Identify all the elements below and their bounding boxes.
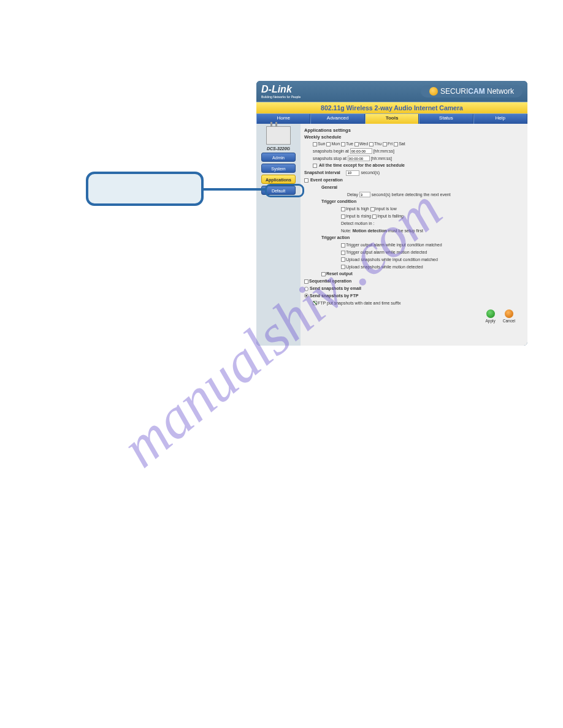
securicam-suffix: Network [487,87,514,96]
sidebar-system[interactable]: System [261,164,296,173]
router-config-window: D-Link Building Networks for People SECU… [256,81,527,346]
cb-except[interactable] [313,164,317,168]
cb-act-3[interactable] [341,265,345,269]
cb-act-1[interactable] [341,251,345,255]
delay-input[interactable] [359,192,370,197]
securicam-prefix: SECURI [440,87,468,96]
window-header: D-Link Building Networks for People SECU… [256,81,527,102]
main-panel: Applications settings Weekly schedule Su… [301,124,527,346]
trigger-cond-heading: Trigger condition [321,199,356,203]
begin-row: snapshots begin at [hh:mm:ss] [313,148,524,154]
cb-suffix[interactable] [313,301,317,305]
cb-thu[interactable] [369,142,373,146]
interval-input[interactable] [346,170,359,176]
cancel-button[interactable]: Cancel [503,309,515,323]
securicam-icon [429,87,438,96]
main-tabs: Home Advanced Tools Status Help [256,114,527,124]
apply-button[interactable]: Apply [486,309,496,323]
interval-row: Snapshot interval second(s) [304,170,524,176]
sidebar-applications[interactable]: Applications [261,175,296,184]
cb-high[interactable] [341,207,345,211]
cb-wed[interactable] [354,142,359,146]
securicam-badge: SECURICAM Network [421,85,523,97]
delay-row: Delay second(s) before detecting the nex… [347,192,524,198]
cond-row-2: Input is rising Input is falling [341,213,524,219]
weekly-heading: Weekly schedule [304,134,524,140]
cb-act-2[interactable] [341,257,345,262]
brand-name: D-Link [261,84,292,94]
stop-row: snapshots stop at [hh:mm:ss] [313,156,524,162]
tab-tools[interactable]: Tools [365,114,419,124]
cb-falling[interactable] [372,214,377,219]
cb-rising[interactable] [341,214,345,219]
rd-email[interactable] [304,287,308,291]
cb-act-0[interactable] [341,243,345,248]
cb-tue[interactable] [341,142,345,146]
action-buttons: Apply Cancel [304,307,524,323]
tab-help[interactable]: Help [473,114,527,124]
except-row: All the time except for the above schedu… [313,162,524,169]
days-row: Sun Mon Tue Wed Thu Fri Sat [313,141,524,147]
begin-input[interactable] [350,148,372,154]
stop-input[interactable] [348,156,370,161]
callout-box [86,172,204,206]
event-op-row: Event operation [304,177,524,183]
detect-motion-row: Detect motion in : [341,221,524,227]
tab-home[interactable]: Home [256,114,310,124]
cb-sat[interactable] [394,142,398,146]
rd-ftp[interactable] [304,294,308,298]
cond-row-1: Input is high Input is low [341,206,524,212]
window-body: DCS-3220G Admin System Applications Defa… [256,124,527,346]
cb-low[interactable] [370,207,375,211]
product-subtitle: 802.11g Wireless 2-way Audio Internet Ca… [256,102,527,114]
cb-sun[interactable] [313,142,317,146]
sidebar-admin[interactable]: Admin [261,153,296,162]
page-title: Applications settings [304,127,524,133]
check-icon [486,309,495,318]
camera-icon [266,126,291,145]
securicam-accent: CAM [468,87,484,96]
cb-reset[interactable] [321,272,326,276]
brand-tagline: Building Networks for People [261,95,301,99]
tab-status[interactable]: Status [419,114,473,124]
general-heading: General [321,185,337,189]
brand-logo: D-Link Building Networks for People [261,84,301,99]
cb-seq[interactable] [304,279,308,284]
cb-fri[interactable] [383,142,387,146]
tab-advanced[interactable]: Advanced [310,114,364,124]
callout-line [204,188,267,191]
cb-event[interactable] [304,178,308,183]
model-label: DCS-3220G [267,146,290,151]
note-row: Note: Motion detection must be setup fir… [341,228,524,234]
cb-mon[interactable] [326,142,331,146]
trigger-action-heading: Trigger action [321,235,350,240]
x-icon [505,309,513,318]
sidebar: DCS-3220G Admin System Applications Defa… [256,124,301,346]
